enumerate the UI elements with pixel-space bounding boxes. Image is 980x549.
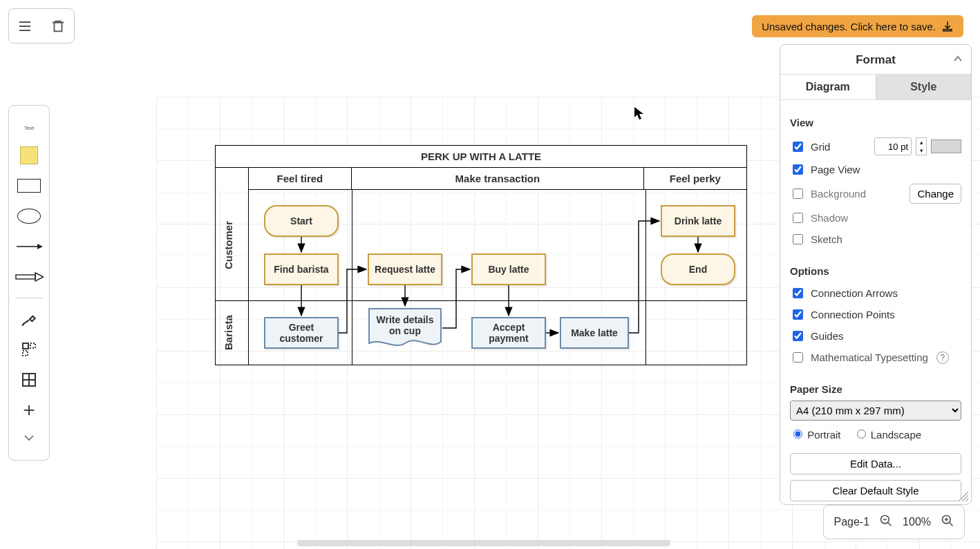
lane-barista[interactable]: Barista bbox=[216, 300, 249, 365]
shape-rectangle[interactable] bbox=[8, 171, 50, 201]
background-change-button[interactable]: Change bbox=[910, 184, 961, 204]
tab-diagram[interactable]: Diagram bbox=[780, 75, 876, 99]
tab-style[interactable]: Style bbox=[876, 75, 972, 99]
shape-ellipse[interactable] bbox=[8, 201, 50, 231]
opt-pageview[interactable]: Page View bbox=[790, 159, 961, 180]
node-end[interactable]: End bbox=[661, 253, 735, 285]
hamburger-icon bbox=[17, 18, 33, 35]
rectangle-icon bbox=[17, 179, 41, 193]
node-accept-payment[interactable]: Accept payment bbox=[471, 317, 546, 349]
grid-color-swatch[interactable] bbox=[931, 139, 961, 153]
svg-line-27 bbox=[950, 523, 953, 526]
status-bar: Page-1 100% bbox=[823, 505, 965, 539]
format-panel-title: Format bbox=[780, 45, 971, 74]
svg-rect-3 bbox=[55, 22, 62, 31]
zoom-out-button[interactable] bbox=[879, 514, 893, 530]
templates-icon bbox=[21, 341, 37, 358]
node-write-details[interactable]: Write details on cup bbox=[368, 307, 442, 349]
download-icon bbox=[941, 20, 954, 32]
phase-col-2[interactable]: Make transaction bbox=[352, 168, 644, 190]
node-write-details-label: Write details on cup bbox=[372, 311, 438, 339]
shape-sidebar: Text bbox=[8, 105, 50, 461]
zoom-in-button[interactable] bbox=[941, 514, 954, 530]
node-find-barista[interactable]: Find barista bbox=[264, 253, 339, 285]
shape-table[interactable] bbox=[8, 365, 50, 395]
node-make-latte[interactable]: Make latte bbox=[560, 317, 629, 349]
opt-math[interactable]: Mathematical Typesetting? bbox=[790, 347, 961, 368]
shape-add[interactable] bbox=[8, 395, 50, 425]
ellipse-icon bbox=[17, 209, 41, 224]
opt-shadow[interactable]: Shadow bbox=[790, 207, 961, 229]
unsaved-changes-banner[interactable]: Unsaved changes. Click here to save. bbox=[752, 15, 963, 37]
svg-line-24 bbox=[888, 523, 892, 526]
format-panel: Format Diagram Style View Grid ▴▾ Page V… bbox=[780, 44, 972, 505]
clear-style-button[interactable]: Clear Default Style bbox=[790, 480, 961, 501]
node-greet-customer[interactable]: Greet customer bbox=[264, 317, 339, 349]
grid-size-stepper[interactable]: ▴▾ bbox=[916, 137, 927, 155]
page-label[interactable]: Page-1 bbox=[833, 516, 869, 528]
opt-grid[interactable]: Grid ▴▾ bbox=[790, 134, 961, 159]
chevron-down-icon bbox=[23, 434, 35, 441]
section-paper: Paper Size bbox=[790, 383, 961, 395]
shape-line[interactable] bbox=[8, 231, 50, 262]
delete-button[interactable] bbox=[48, 16, 68, 37]
svg-rect-11 bbox=[23, 351, 28, 356]
chevron-up-icon bbox=[953, 55, 963, 62]
trash-icon bbox=[50, 19, 66, 34]
table-icon bbox=[21, 372, 37, 388]
phase-col-3[interactable]: Feel perky bbox=[643, 168, 746, 190]
zoom-in-icon bbox=[941, 514, 954, 528]
menu-button[interactable] bbox=[15, 16, 35, 37]
grid-size-input[interactable] bbox=[874, 137, 912, 155]
orientation-landscape[interactable]: Landscape bbox=[854, 427, 922, 441]
node-drink-latte[interactable]: Drink latte bbox=[661, 205, 735, 237]
opt-grid-label: Grid bbox=[811, 141, 869, 153]
collapse-panel-button[interactable] bbox=[953, 52, 963, 66]
shape-more[interactable] bbox=[8, 425, 50, 450]
sticky-note-icon bbox=[20, 146, 38, 164]
corner-toolbar bbox=[8, 8, 75, 44]
shape-arrow[interactable] bbox=[8, 262, 50, 292]
opt-sketch-checkbox[interactable] bbox=[793, 234, 803, 244]
svg-rect-9 bbox=[23, 343, 28, 349]
swimlane-diagram[interactable]: PERK UP WITH A LATTE Feel tired Make tra… bbox=[215, 145, 747, 365]
opt-background[interactable]: Background Change bbox=[790, 180, 961, 207]
text-icon: Text bbox=[24, 125, 35, 131]
plus-icon bbox=[21, 403, 37, 418]
shape-freehand[interactable] bbox=[8, 304, 50, 334]
shape-templates[interactable] bbox=[8, 334, 50, 365]
node-start[interactable]: Start bbox=[264, 205, 339, 237]
help-icon[interactable]: ? bbox=[936, 351, 949, 364]
shape-note[interactable] bbox=[8, 140, 50, 171]
diagram-title[interactable]: PERK UP WITH A LATTE bbox=[216, 146, 747, 168]
section-view: View bbox=[790, 117, 961, 128]
opt-conn-arrows[interactable]: Connection Arrows bbox=[790, 282, 961, 304]
opt-guides[interactable]: Guides bbox=[790, 325, 961, 347]
banner-text: Unsaved changes. Click here to save. bbox=[762, 21, 936, 32]
edit-data-button[interactable]: Edit Data... bbox=[790, 453, 961, 474]
svg-marker-8 bbox=[35, 273, 44, 281]
paper-size-select[interactable]: A4 (210 mm x 297 mm) bbox=[790, 401, 961, 421]
block-arrow-icon bbox=[15, 272, 44, 282]
opt-conn-points[interactable]: Connection Points bbox=[790, 304, 961, 325]
lane-customer[interactable]: Customer bbox=[216, 190, 249, 300]
opt-shadow-checkbox[interactable] bbox=[793, 213, 803, 223]
resize-handle-icon[interactable] bbox=[959, 492, 968, 501]
opt-grid-checkbox[interactable] bbox=[793, 142, 803, 152]
svg-rect-4 bbox=[943, 30, 952, 31]
orientation-portrait[interactable]: Portrait bbox=[790, 427, 841, 441]
node-request-latte[interactable]: Request latte bbox=[368, 253, 442, 285]
separator bbox=[15, 298, 43, 298]
zoom-level[interactable]: 100% bbox=[903, 516, 931, 528]
phase-col-1[interactable]: Feel tired bbox=[248, 168, 351, 190]
horizontal-scrollbar[interactable] bbox=[297, 540, 670, 546]
opt-background-checkbox[interactable] bbox=[793, 189, 803, 199]
svg-marker-6 bbox=[37, 244, 43, 249]
shape-text[interactable]: Text bbox=[8, 115, 50, 140]
svg-rect-7 bbox=[16, 275, 35, 279]
opt-sketch[interactable]: Sketch bbox=[790, 229, 961, 250]
pencil-icon bbox=[20, 310, 38, 328]
section-options: Options bbox=[790, 265, 961, 277]
opt-pageview-checkbox[interactable] bbox=[793, 164, 803, 175]
node-buy-latte[interactable]: Buy latte bbox=[471, 253, 546, 285]
